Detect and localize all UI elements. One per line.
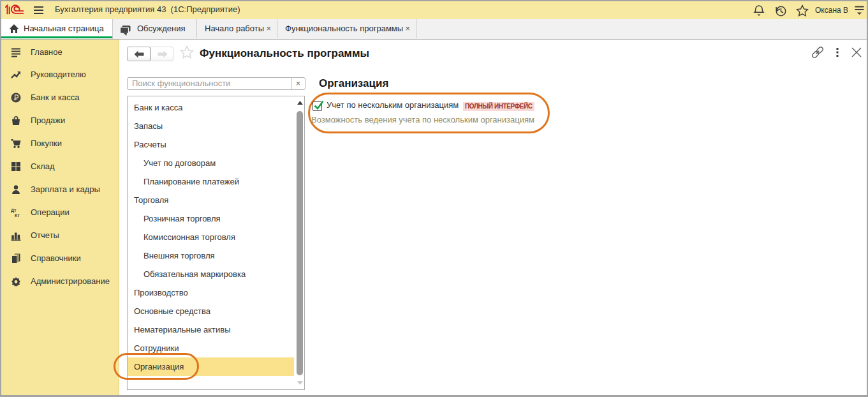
svg-text:Кт: Кт — [15, 213, 20, 218]
svg-text:Дт: Дт — [11, 208, 17, 213]
